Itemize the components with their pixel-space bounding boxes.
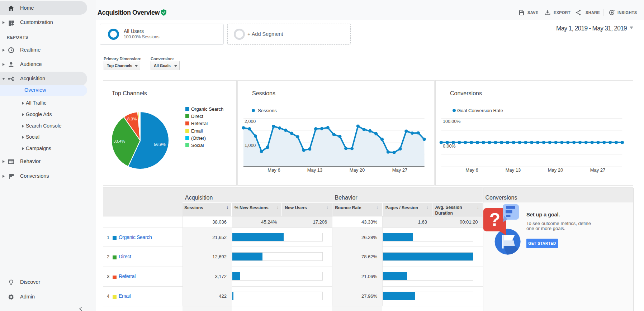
svg-text:?: ? [489, 210, 501, 230]
svg-text:8.3%: 8.3% [127, 117, 137, 121]
svg-text:56.9%: 56.9% [154, 142, 166, 147]
svg-text:33.4%: 33.4% [113, 139, 125, 143]
